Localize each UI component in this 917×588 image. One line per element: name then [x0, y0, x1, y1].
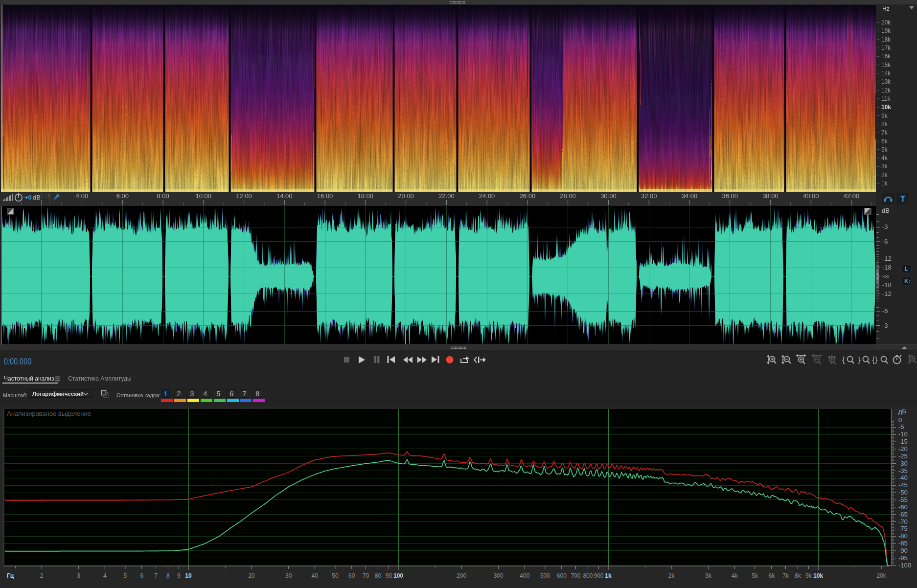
svg-text:5: 5	[124, 572, 127, 579]
svg-text:300: 300	[494, 572, 504, 579]
svg-text:7k: 7k	[782, 572, 789, 579]
svg-text:13k: 13k	[881, 78, 891, 85]
svg-text:-3: -3	[882, 223, 888, 230]
svg-text:9k: 9k	[881, 113, 888, 119]
svg-text:60: 60	[348, 572, 355, 579]
svg-text:600: 600	[557, 572, 567, 579]
svg-text:dB: dB	[882, 207, 890, 214]
svg-text:Гц: Гц	[7, 572, 14, 579]
svg-text:12:00: 12:00	[236, 192, 252, 200]
svg-text:700: 700	[571, 572, 580, 579]
svg-text:500: 500	[540, 572, 550, 579]
svg-text:-45: -45	[898, 481, 908, 489]
svg-text:8: 8	[166, 572, 170, 579]
svg-text:70: 70	[363, 572, 369, 579]
svg-text:5k: 5k	[881, 146, 888, 153]
svg-text:-25: -25	[898, 452, 908, 460]
svg-text:-30: -30	[898, 460, 908, 467]
svg-text:-75: -75	[898, 525, 908, 532]
svg-text:2k: 2k	[881, 172, 888, 179]
svg-text:-90: -90	[898, 547, 908, 554]
svg-text:4:00: 4:00	[76, 192, 88, 200]
svg-text:24:00: 24:00	[479, 192, 495, 200]
svg-text:17k: 17k	[881, 45, 891, 51]
svg-text:30:00: 30:00	[600, 192, 617, 200]
svg-text:18:00: 18:00	[358, 192, 374, 200]
svg-text:-95: -95	[898, 554, 908, 562]
svg-text:2k: 2k	[668, 572, 675, 579]
svg-text:-35: -35	[898, 467, 908, 475]
svg-text:16:00: 16:00	[317, 192, 333, 200]
svg-text:5k: 5k	[752, 572, 759, 579]
svg-text:10k: 10k	[881, 104, 891, 111]
svg-text:-12: -12	[882, 255, 892, 262]
svg-text:32:00: 32:00	[641, 192, 657, 200]
svg-text:4: 4	[103, 572, 107, 579]
svg-text:-50: -50	[898, 489, 908, 496]
svg-text:-3: -3	[882, 322, 888, 329]
svg-text:1k: 1k	[605, 572, 612, 579]
svg-text:18k: 18k	[881, 36, 891, 43]
svg-text:14k: 14k	[881, 70, 891, 77]
svg-text:-∞: -∞	[882, 272, 889, 280]
svg-text:6: 6	[140, 572, 143, 579]
svg-text:6k: 6k	[881, 138, 888, 145]
svg-text:30: 30	[285, 572, 292, 579]
svg-text:2: 2	[40, 572, 44, 579]
svg-text:10:00: 10:00	[196, 192, 212, 200]
svg-text:0: 0	[898, 416, 902, 424]
svg-text:-20: -20	[898, 445, 908, 452]
svg-text:12k: 12k	[881, 87, 891, 94]
svg-text:40:00: 40:00	[803, 192, 819, 200]
svg-text:100: 100	[393, 572, 403, 579]
svg-text:400: 400	[520, 572, 529, 579]
svg-text:38:00: 38:00	[762, 192, 779, 200]
svg-text:3: 3	[77, 572, 80, 579]
svg-text:-40: -40	[898, 474, 908, 481]
svg-text:16k: 16k	[881, 53, 891, 60]
svg-text:-65: -65	[898, 511, 908, 518]
svg-text:-6: -6	[882, 238, 888, 245]
svg-text:6:00: 6:00	[116, 192, 129, 200]
svg-text:4k: 4k	[881, 155, 888, 161]
svg-text:дБ: дБ	[898, 407, 906, 415]
svg-text:1k: 1k	[881, 180, 888, 187]
svg-text:-100: -100	[898, 562, 911, 569]
svg-text:34:00: 34:00	[682, 192, 698, 200]
svg-text:8k: 8k	[795, 572, 802, 579]
svg-text:9: 9	[177, 572, 181, 579]
svg-text:9k: 9k	[805, 572, 812, 579]
svg-text:-15: -15	[898, 438, 908, 445]
svg-text:-60: -60	[898, 503, 908, 511]
svg-text:800: 800	[583, 572, 593, 579]
svg-text:90: 90	[386, 572, 392, 579]
svg-text:22:00: 22:00	[438, 192, 455, 200]
svg-text:-55: -55	[898, 496, 908, 503]
svg-text:10k: 10k	[813, 572, 823, 579]
svg-text:-12: -12	[882, 290, 892, 297]
svg-text:14:00: 14:00	[276, 192, 293, 200]
svg-text:3k: 3k	[705, 572, 712, 579]
svg-text:Анализированое выделение: Анализированое выделение	[7, 410, 91, 417]
svg-text:Hz: Hz	[882, 5, 890, 12]
svg-text:200: 200	[457, 572, 466, 579]
svg-text:50: 50	[332, 572, 339, 579]
svg-text:40: 40	[312, 572, 319, 579]
svg-text:28:00: 28:00	[560, 192, 576, 200]
svg-text:L: L	[905, 266, 908, 272]
svg-text:K:: K:	[904, 278, 911, 285]
svg-text:-10: -10	[898, 430, 908, 438]
svg-text:26:00: 26:00	[520, 192, 536, 200]
svg-text:dB: dB	[33, 194, 41, 201]
svg-text:8k: 8k	[881, 121, 888, 128]
svg-text:42:00: 42:00	[844, 192, 860, 200]
svg-text:-18: -18	[882, 264, 892, 271]
svg-text:-6: -6	[882, 307, 888, 315]
svg-text:11k: 11k	[881, 95, 891, 102]
svg-text:-85: -85	[898, 540, 908, 547]
svg-text:20: 20	[248, 572, 255, 579]
svg-text:80: 80	[375, 572, 382, 579]
svg-text:3k: 3k	[881, 163, 888, 170]
svg-text:-18: -18	[882, 281, 892, 289]
svg-text:20k: 20k	[876, 572, 886, 579]
